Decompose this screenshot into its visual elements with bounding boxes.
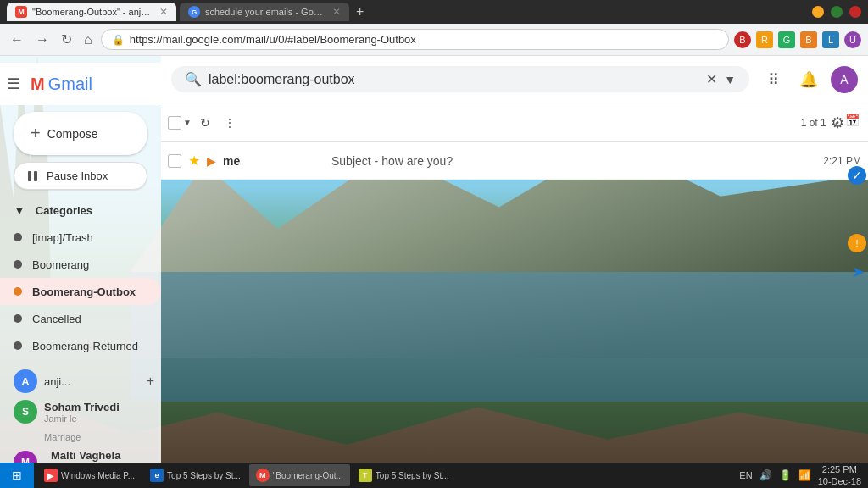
nav-item-boomerang-outbox[interactable]: Boomerang-Outbox <box>0 278 161 305</box>
nav-item-boomerang[interactable]: Boomerang <box>0 251 161 278</box>
pause-icon <box>28 171 40 181</box>
cancelled-label: Cancelled <box>32 313 81 325</box>
search-icon: 🔍 <box>185 71 202 87</box>
volume-icon[interactable]: 🔊 <box>760 469 772 481</box>
pause-inbox-label: Pause Inbox <box>47 169 108 182</box>
search-options-button[interactable]: ▼ <box>724 73 736 86</box>
email-subject: Subject - how are you? <box>331 154 816 168</box>
start-button[interactable]: ⊞ <box>0 463 34 488</box>
search-clear-button[interactable]: ✕ <box>706 71 717 87</box>
notifications-button[interactable]: 🔔 <box>795 66 822 93</box>
nav-actions: B R G B L U <box>734 31 861 48</box>
boomerang-returned-label: Boomerang-Returned <box>32 340 138 352</box>
taskbar-item-media-label: Windows Media P... <box>61 471 135 480</box>
select-dropdown-icon[interactable]: ▼ <box>183 118 192 127</box>
hamburger-menu-button[interactable]: ☰ <box>7 75 20 93</box>
email-star-icon[interactable]: ★ <box>188 152 200 169</box>
tab-google-close[interactable]: ✕ <box>332 6 341 18</box>
refresh-button[interactable]: ↻ <box>58 28 75 51</box>
contact-name-anji: anji... <box>44 375 70 388</box>
wifi-icon: 📶 <box>798 469 811 481</box>
gmail-logo-m: M <box>31 75 45 94</box>
windows-icon: ⊞ <box>12 469 22 482</box>
google-favicon: G <box>188 6 200 18</box>
battery-icon: 🔋 <box>779 469 792 481</box>
select-all-checkbox[interactable] <box>168 116 181 130</box>
taskbar: ⊞ ▶ Windows Media P... e Top 5 Steps by … <box>0 463 868 488</box>
chrome-icon: M <box>256 469 270 482</box>
refresh-emails-button[interactable]: ↻ <box>195 113 215 133</box>
address-text: https://mail.google.com/mail/u/0/#label/… <box>130 33 718 46</box>
contact-name-soham: Soham Trivedi <box>44 401 120 413</box>
select-all-area[interactable]: ▼ <box>168 116 192 130</box>
nav-item-categories[interactable]: ▼ Categories <box>0 197 161 224</box>
email-toolbar: ▼ ↻ ⋮ 1 of 1 ‹ › <box>161 103 868 142</box>
calendar-icon[interactable]: 📅 <box>843 112 861 129</box>
language-indicator: EN <box>739 470 752 480</box>
boomerang-dot-icon <box>14 260 22 269</box>
tab-gmail-label: "Boomerang-Outbox" - anjivag... <box>32 7 151 17</box>
email-from: me <box>223 154 325 168</box>
minimize-button[interactable] <box>812 6 824 18</box>
taskbar-items: ▶ Windows Media P... e Top 5 Steps by St… <box>34 464 732 486</box>
gold-badge-button[interactable]: ! <box>848 234 866 252</box>
tab-gmail-close[interactable]: ✕ <box>159 6 168 18</box>
contact-name-malti: Malti Vaghela <box>51 449 154 462</box>
sidebar-content: ☰ M Gmail + Compose Pause Inbox <box>0 63 161 485</box>
user-avatar[interactable]: A <box>831 66 858 93</box>
nav-item-boomerang-returned[interactable]: Boomerang-Returned <box>0 332 161 359</box>
gmail-header: ☰ M Gmail <box>0 63 161 105</box>
taskbar-right: EN 🔊 🔋 📶 2:25 PM 10-Dec-18 <box>732 463 868 488</box>
taskbar-item-gmail-label: "Boomerang-Out... <box>273 471 343 480</box>
taskbar-item-media-player[interactable]: ▶ Windows Media P... <box>37 464 142 486</box>
nav-item-cancelled[interactable]: Cancelled <box>0 305 161 332</box>
maximize-button[interactable] <box>831 6 843 18</box>
new-tab-button[interactable]: + <box>353 4 367 19</box>
cancelled-dot-icon <box>14 314 22 323</box>
taskbar-item-ie[interactable]: e Top 5 Steps by St... <box>143 464 248 486</box>
nav-item-imap-trash[interactable]: [imap]/Trash <box>0 224 161 251</box>
blue-arrow-container: ➤ <box>852 263 865 281</box>
pause-bar-2 <box>34 171 37 181</box>
compose-label: Compose <box>47 127 98 141</box>
forward-button[interactable]: → <box>32 29 53 51</box>
lock-icon: 🔒 <box>112 34 125 46</box>
search-container[interactable]: 🔍 label:boomerang-outbox ✕ ▼ <box>171 66 749 92</box>
steps-icon: T <box>359 469 372 482</box>
compose-button[interactable]: + Compose <box>14 112 147 155</box>
boomerang-outbox-label: Boomerang-Outbox <box>32 286 136 298</box>
email-row[interactable]: ★ ▶ me Subject - how are you? 2:21 PM <box>161 142 868 180</box>
taskbar-item-gmail[interactable]: M "Boomerang-Out... <box>249 464 350 486</box>
tab-gmail[interactable]: M "Boomerang-Outbox" - anjivag... ✕ <box>7 3 176 21</box>
boomerang-returned-dot-icon <box>14 341 22 350</box>
ext-icon-5[interactable]: L <box>822 31 839 48</box>
pause-inbox-button[interactable]: Pause Inbox <box>14 162 147 190</box>
email-checkbox[interactable] <box>168 154 181 168</box>
apps-button[interactable]: ⠿ <box>760 66 787 93</box>
nav-bar: ← → ↻ ⌂ 🔒 https://mail.google.com/mail/u… <box>0 24 868 56</box>
taskbar-item-steps[interactable]: T Top 5 Steps by St... <box>352 464 456 486</box>
close-button[interactable] <box>849 6 861 18</box>
ext-icon-2[interactable]: R <box>756 31 773 48</box>
blue-dot-button[interactable]: ✓ <box>848 166 866 185</box>
more-options-button[interactable]: ⋮ <box>219 113 241 133</box>
tab-google[interactable]: G schedule your emails - Google S... ✕ <box>180 3 349 21</box>
current-time: 2:25 PM <box>818 463 861 475</box>
boomerang-label: Boomerang <box>32 258 89 271</box>
add-chat-icon[interactable]: + <box>147 374 154 389</box>
settings-button[interactable]: ⚙ <box>831 114 844 132</box>
ext-icon-1[interactable]: B <box>734 31 751 48</box>
compose-plus-icon: + <box>31 124 41 143</box>
ext-icon-6[interactable]: U <box>844 31 861 48</box>
page-info: 1 of 1 <box>801 117 826 129</box>
address-bar[interactable]: 🔒 https://mail.google.com/mail/u/0/#labe… <box>101 29 729 50</box>
contact-item-anji[interactable]: A anji... + <box>0 366 161 396</box>
home-button[interactable]: ⌂ <box>81 29 96 51</box>
contact-item-soham[interactable]: S Soham Trivedi Jamir le Marriage <box>0 396 161 446</box>
back-button[interactable]: ← <box>7 29 27 51</box>
ext-icon-4[interactable]: B <box>800 31 817 48</box>
ext-icon-3[interactable]: G <box>778 31 795 48</box>
blue-arrow-icon[interactable]: ➤ <box>852 263 865 280</box>
taskbar-item-steps-label: Top 5 Steps by St... <box>376 471 449 480</box>
title-bar: M "Boomerang-Outbox" - anjivag... ✕ G sc… <box>0 0 868 24</box>
